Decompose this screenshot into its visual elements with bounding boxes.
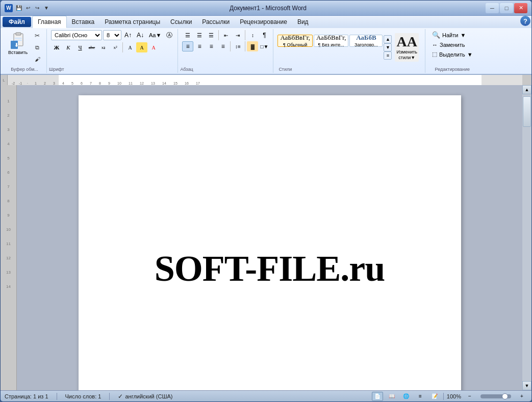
list-multilevel-button[interactable]: ☰: [206, 30, 217, 40]
undo-quick-btn[interactable]: ↩: [24, 4, 32, 12]
menu-view[interactable]: Вид: [292, 16, 314, 28]
zoom-out-button[interactable]: −: [464, 392, 475, 401]
page-info-text: Страница: 1 из 1: [5, 393, 48, 399]
clear-format-button[interactable]: Ⓐ: [164, 30, 174, 40]
superscript-button[interactable]: x²: [110, 42, 121, 52]
list-ordered-button[interactable]: ☰: [194, 30, 205, 40]
subscript-button[interactable]: x₂: [98, 42, 109, 52]
change-styles-icon: AA: [396, 35, 417, 49]
select-arrow: ▼: [467, 51, 473, 58]
view-print-button[interactable]: 📄: [372, 392, 383, 401]
ruler-corner: L: [1, 75, 8, 85]
status-sep3: [443, 393, 444, 400]
font-name-select[interactable]: Calibri (Осно: [51, 30, 102, 40]
align-left-button[interactable]: ≡: [182, 41, 193, 51]
close-button[interactable]: ✕: [514, 3, 527, 13]
font-shrink-button[interactable]: A↓: [135, 30, 146, 40]
shading-button[interactable]: ▓: [247, 41, 258, 51]
scroll-track[interactable]: [522, 94, 531, 381]
vruler-10: 10: [6, 218, 11, 232]
border-button[interactable]: □▼: [259, 41, 270, 51]
change-styles-button[interactable]: AA Изменитьстили▼: [395, 33, 419, 62]
style-no-spacing[interactable]: АаБбВвГг, ¶ Без инте...: [314, 35, 349, 47]
view-fullscreen-button[interactable]: 📖: [386, 392, 397, 401]
scroll-thumb[interactable]: [523, 96, 531, 127]
select-button[interactable]: ⬚ Выделить ▼: [429, 50, 475, 59]
paste-button[interactable]: ⬇ Вставить: [6, 30, 30, 59]
save-quick-btn[interactable]: 💾: [15, 4, 23, 12]
strikethrough-button[interactable]: abc: [86, 42, 97, 52]
find-label: Найти: [442, 32, 458, 38]
indent-inc-button[interactable]: ⇥: [232, 30, 243, 40]
menu-page-layout[interactable]: Разметка страницы: [99, 16, 165, 28]
zoom-thumb[interactable]: [502, 393, 508, 399]
show-formatting-button[interactable]: ¶: [259, 30, 270, 40]
restore-button[interactable]: □: [500, 3, 513, 13]
style-heading1[interactable]: АаБбВ Заголово...: [349, 35, 383, 47]
para-sep2: [245, 30, 245, 40]
ruler-2: 2: [40, 82, 49, 85]
text-effect-button[interactable]: A: [124, 42, 136, 52]
title-bar-left: W 💾 ↩ ↪ ▼: [5, 4, 50, 12]
cut-button[interactable]: ✂: [31, 30, 43, 41]
highlight-button[interactable]: A: [136, 42, 147, 52]
font-grow-button[interactable]: A↑: [122, 30, 134, 40]
menu-mailings[interactable]: Рассылки: [197, 16, 235, 28]
replace-button[interactable]: ↔ Заменить: [429, 41, 475, 49]
copy-button[interactable]: ⧉: [31, 42, 43, 53]
redo-quick-btn[interactable]: ↪: [33, 4, 41, 12]
align-center-button[interactable]: ≡: [194, 41, 205, 51]
minimize-button[interactable]: ─: [486, 3, 499, 13]
change-case-button[interactable]: Aa▼: [147, 30, 163, 40]
status-right: 📄 📖 🌐 ≡ 📝 100% − +: [372, 392, 527, 401]
menu-insert[interactable]: Вставка: [67, 16, 100, 28]
scroll-up-button[interactable]: ▲: [522, 85, 531, 94]
line-spacing-button[interactable]: ↕≡: [232, 41, 243, 51]
zoom-slider[interactable]: [480, 394, 511, 398]
font-size-select[interactable]: 8: [103, 30, 121, 40]
scroll-down-button[interactable]: ▼: [522, 381, 531, 390]
align-right-button[interactable]: ≡: [206, 41, 217, 51]
paste-icon: ⬇: [10, 32, 26, 50]
window-title: Документ1 - Microsoft Word: [50, 5, 486, 12]
view-outline-button[interactable]: ≡: [415, 392, 426, 401]
help-button[interactable]: ?: [520, 16, 530, 26]
justify-button[interactable]: ≡: [217, 41, 229, 51]
ruler-dot: ·: [24, 82, 31, 85]
view-web-button[interactable]: 🌐: [400, 392, 412, 401]
ruler-16: 16: [181, 82, 192, 85]
para-sep3: [230, 41, 231, 51]
status-sep2: [109, 393, 110, 400]
italic-button[interactable]: К: [63, 42, 74, 52]
underline-button[interactable]: Ч: [74, 42, 86, 52]
menu-review[interactable]: Рецензирование: [235, 16, 292, 28]
svg-rect-2: [15, 38, 22, 39]
paragraph-row1: ☰ ☰ ☰ ⇤ ⇥ ↕ ¶: [182, 30, 270, 40]
sort-button[interactable]: ↕: [247, 30, 258, 40]
customize-quick-btn[interactable]: ▼: [42, 4, 50, 12]
view-draft-button[interactable]: 📝: [429, 392, 440, 401]
ruler-8: 8: [95, 82, 105, 85]
clipboard-group-content: ⬇ Вставить ✂ ⧉ 🖌: [6, 30, 43, 72]
paste-label: Вставить: [8, 50, 28, 55]
format-painter-button[interactable]: 🖌: [31, 53, 43, 65]
menu-references[interactable]: Ссылки: [165, 16, 197, 28]
menu-file[interactable]: Файл: [3, 17, 31, 27]
document-content[interactable]: SOFT-FILE.ru: [155, 248, 385, 290]
ruler-m1: -2: [10, 82, 17, 85]
paragraph-group: ☰ ☰ ☰ ⇤ ⇥ ↕ ¶ ≡ ≡ ≡ ≡: [179, 29, 273, 73]
zoom-in-button[interactable]: +: [516, 392, 527, 401]
font-group-content: Calibri (Осно 8 A↑ A↓ Aa▼ Ⓐ Ж К Ч: [51, 30, 174, 72]
indent-dec-button[interactable]: ⇤: [220, 30, 232, 40]
menu-home[interactable]: Главная: [32, 16, 67, 28]
font-color-button[interactable]: A: [148, 42, 159, 52]
styles-scroll-down[interactable]: ▼: [384, 43, 392, 51]
bold-button[interactable]: Ж: [51, 42, 62, 52]
find-button[interactable]: 🔍 Найти ▼: [429, 30, 475, 40]
paragraph-label: Абзац: [179, 67, 273, 72]
styles-scroll-up[interactable]: ▲: [384, 35, 392, 43]
styles-more[interactable]: ≡: [384, 51, 392, 60]
list-unordered-button[interactable]: ☰: [182, 30, 193, 40]
style-normal[interactable]: АаБбВвГг, ¶ Обычный: [277, 35, 313, 47]
document-page[interactable]: SOFT-FILE.ru: [79, 95, 461, 390]
